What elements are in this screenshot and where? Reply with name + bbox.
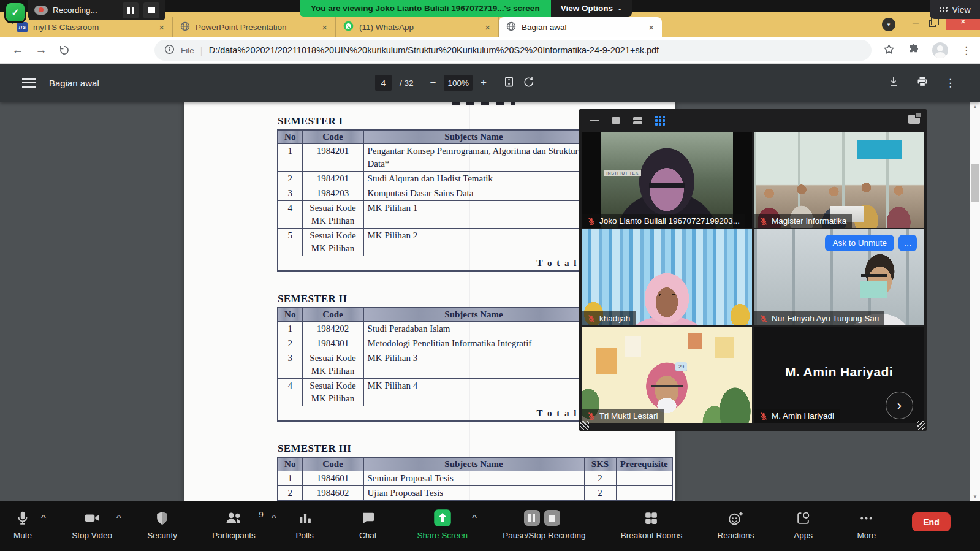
chat-icon: [360, 511, 376, 526]
stop-video-button[interactable]: ^ Stop Video: [72, 508, 112, 540]
tab-close-icon[interactable]: ×: [157, 22, 166, 32]
cell-subject: MK Pilihan 2: [363, 229, 584, 256]
gallery-view-icon[interactable]: [655, 116, 665, 126]
pause-recording-icon[interactable]: [123, 2, 139, 18]
page-number-input[interactable]: 4: [375, 75, 392, 91]
caret-up-icon[interactable]: ^: [41, 514, 46, 521]
cell-code: Sesuai Kode MK Pilihan: [302, 229, 363, 256]
tab-close-icon[interactable]: ×: [483, 22, 492, 32]
tab-label: (11) WhatsApp: [359, 23, 477, 32]
toolbar-button-label: Share Screen: [417, 531, 468, 540]
resize-handle[interactable]: [917, 421, 925, 430]
tab-label: PowerPoint Presentation: [196, 23, 314, 32]
shield-icon: [154, 511, 170, 526]
cell-no: 3: [278, 186, 302, 201]
tab-close-icon[interactable]: ×: [647, 22, 656, 32]
muted-mic-icon: [759, 217, 768, 226]
caret-up-icon[interactable]: ^: [116, 514, 121, 521]
reactions-button[interactable]: Reactions: [717, 508, 754, 540]
cell-subject: MK Pilihan 3: [363, 351, 584, 379]
share-screen-button[interactable]: ^ Share Screen: [417, 508, 468, 540]
video-tile[interactable]: khadijah: [582, 229, 752, 325]
browser-tab[interactable]: PowerPoint Presentation ×: [173, 17, 336, 37]
info-icon[interactable]: [164, 44, 175, 57]
pdf-menu-icon[interactable]: [22, 78, 36, 88]
chrome-address-bar: ← → File | D:/data%202021/20211018%20UIN…: [0, 37, 980, 64]
end-meeting-button[interactable]: End: [912, 512, 951, 531]
video-tile[interactable]: Nur Fitriyah Ayu Tunjung Sari Ask to Unm…: [754, 229, 924, 325]
extensions-puzzle-icon[interactable]: [908, 44, 919, 58]
stop-recording-icon[interactable]: [143, 2, 159, 18]
scrollbar-thumb[interactable]: [971, 164, 979, 202]
zoom-out-button[interactable]: −: [430, 77, 436, 89]
participant-nameplate: Tri Mukti Lestari: [582, 409, 664, 423]
scroll-down-icon[interactable]: ▼: [973, 492, 978, 501]
browser-tab[interactable]: Bagian awal ×: [499, 17, 662, 37]
window-restore-button[interactable]: [929, 20, 936, 27]
cell-subject: Pengantar Konsep Pemrograman, Algoritma …: [363, 144, 584, 172]
its-logo: ITS: [17, 22, 28, 32]
ask-to-unmute-button[interactable]: Ask to Unmute: [825, 235, 894, 251]
cell-no: 2: [278, 172, 302, 186]
cell-code: 1984201: [302, 144, 363, 172]
pdf-more-icon[interactable]: ⋮: [945, 77, 955, 89]
more-button[interactable]: More: [853, 508, 881, 540]
forward-icon[interactable]: →: [31, 37, 51, 64]
cell-no: 2: [278, 486, 302, 501]
antivirus-shield-icon: ✓: [6, 3, 25, 21]
breakout-rooms-icon: [644, 511, 659, 526]
muted-mic-icon: [587, 217, 596, 226]
strip-view-icon[interactable]: [633, 117, 642, 124]
chat-button[interactable]: Chat: [354, 508, 382, 540]
zoom-level-input[interactable]: 100%: [444, 75, 473, 91]
tab-close-icon[interactable]: ×: [320, 22, 329, 32]
video-tile[interactable]: INSTITUT TEK Joko Lianto Buliali 1967072…: [582, 132, 752, 228]
gallery-next-page-button[interactable]: ›: [886, 392, 913, 419]
breakout-rooms-button[interactable]: Breakout Rooms: [621, 508, 683, 540]
semester-section: SEMESTER IIINoCodeSubjects NameSKSPrereq…: [277, 443, 673, 501]
popout-panel-icon[interactable]: [908, 115, 920, 124]
active-speaker-view-icon[interactable]: [612, 117, 620, 124]
mute-button[interactable]: ^ Mute: [9, 508, 37, 540]
profile-avatar[interactable]: [932, 42, 948, 58]
tab-search-button[interactable]: ▾: [882, 18, 895, 31]
bookmark-star-icon[interactable]: [883, 44, 895, 58]
cell-subject: MK Pilihan 4: [363, 379, 584, 406]
window-minimize-button[interactable]: –: [913, 16, 919, 29]
zoom-view-button[interactable]: View: [930, 0, 980, 19]
scroll-up-icon[interactable]: ▲: [973, 102, 978, 112]
security-button[interactable]: Security: [147, 508, 177, 540]
tab-favicon: [506, 21, 516, 33]
browser-scrollbar[interactable]: ▲ ▼: [970, 102, 980, 501]
toolbar-button-label: Stop Video: [72, 531, 112, 540]
zoom-in-button[interactable]: +: [481, 77, 487, 89]
tab-favicon: ITS: [17, 21, 28, 32]
rotate-page-icon[interactable]: [523, 76, 534, 89]
browser-menu-icon[interactable]: ⋮: [961, 44, 971, 57]
download-icon[interactable]: [887, 75, 900, 90]
browser-tab[interactable]: (11) WhatsApp ×: [336, 17, 499, 37]
reload-icon[interactable]: [54, 37, 75, 64]
participant-name: Nur Fitriyah Ayu Tunjung Sari: [772, 314, 879, 323]
caret-up-icon[interactable]: ^: [272, 514, 276, 521]
pause-stop-recording-button[interactable]: Pause/Stop Recording: [503, 508, 585, 540]
polls-button[interactable]: Polls: [291, 508, 319, 540]
cell-code: 1984602: [302, 486, 363, 501]
video-tile[interactable]: 29 Tri Mukti Lestari: [582, 327, 752, 423]
column-header: No: [278, 457, 302, 471]
participant-name: Joko Lianto Buliali 19670727199203...: [599, 216, 740, 226]
caret-up-icon[interactable]: ^: [472, 514, 477, 521]
video-tile[interactable]: M. Amin Hariyadi M. Amin Hariyadi›: [754, 327, 924, 423]
apps-button[interactable]: Apps: [789, 508, 818, 540]
participants-button[interactable]: ^ 9 Participants: [212, 508, 256, 540]
participant-more-button[interactable]: …: [898, 235, 917, 251]
fit-page-icon[interactable]: [503, 76, 515, 89]
print-icon[interactable]: [916, 75, 929, 90]
view-options-button[interactable]: View Options ⌄: [551, 0, 632, 17]
resize-handle[interactable]: [580, 421, 589, 430]
video-tile[interactable]: Magister Informatika: [754, 132, 924, 228]
address-input[interactable]: File | D:/data%202021/20211018%20UIN%20k…: [154, 40, 872, 61]
back-icon[interactable]: ←: [7, 37, 28, 64]
minimize-panel-icon[interactable]: [590, 120, 599, 122]
cell-code: Sesuai Kode MK Pilihan: [302, 351, 363, 379]
